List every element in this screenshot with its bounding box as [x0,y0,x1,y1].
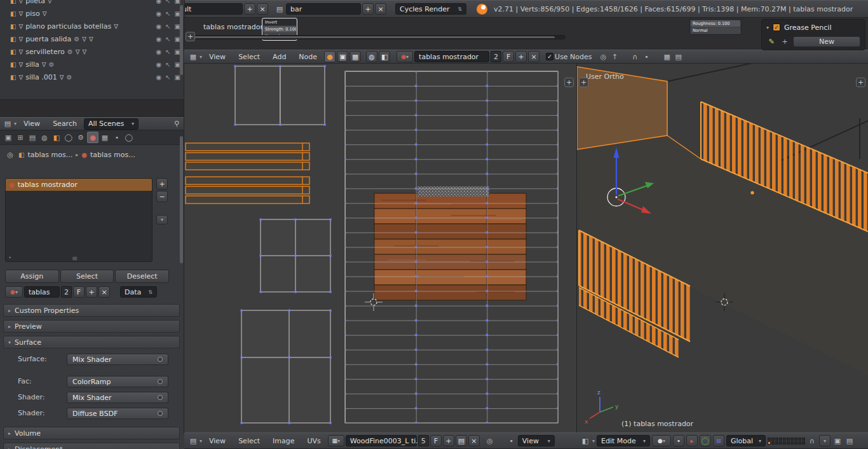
fake-user-button[interactable]: F [73,286,85,298]
material-users-count[interactable]: 2 [61,286,72,298]
material-name-field[interactable]: tablas [24,286,60,298]
tab-particles[interactable]: • [111,132,123,143]
restrict-view-icon[interactable]: ◉ [156,74,161,81]
deselect-button[interactable]: Deselect [115,270,169,283]
list-resize-handle[interactable]: ≡ [72,254,78,263]
unlink-material-button[interactable]: × [528,51,539,62]
pin-icon[interactable]: ◎ [599,52,609,62]
region-expand-button[interactable]: + [564,78,574,87]
node-slider[interactable]: Roughness: 0.100 [691,20,740,27]
restrict-select-icon[interactable]: ↖ [165,23,170,30]
properties-menu-search[interactable]: Search [47,120,83,128]
new-material-button[interactable]: + [515,51,527,62]
add-slot-button[interactable]: + [156,178,168,190]
outliner-scrollbar[interactable] [180,5,183,75]
breadcrumb-material[interactable]: tablas mos... [90,151,135,159]
node-menu-select[interactable]: Select [233,53,266,61]
restrict-view-icon[interactable]: ◉ [156,23,161,30]
mode-select[interactable]: Edit Mode ▾ [597,435,650,446]
surface-shader-select[interactable]: Mix Shader [67,354,168,365]
all-scenes-select[interactable]: All Scenes ▾ [84,118,139,130]
slot-specials-button[interactable]: ▾ [156,215,168,224]
node-row[interactable]: Invert [263,19,296,25]
node-menu-node[interactable]: Node [293,53,323,61]
pin-icon[interactable]: ◎ [5,149,15,160]
region-expand-button[interactable]: + [856,78,865,87]
data-link-select[interactable]: Data ⇅ [120,286,157,298]
node-material-name-field[interactable]: tablas mostrador [414,51,489,62]
pivot-select[interactable]: View ▾ [518,435,555,446]
go-parent-icon[interactable]: ↑ [610,52,620,62]
restrict-select-icon[interactable]: ↖ [165,61,170,68]
uv-island-selected-bars[interactable] [186,143,309,204]
delete-layout-button[interactable]: × [257,3,268,15]
new-image-button[interactable]: + [443,435,454,446]
assign-button[interactable]: Assign [5,270,59,283]
panel-preview[interactable]: ▸ Preview [3,320,180,333]
node-editor-hscrollbar[interactable] [191,35,566,39]
panel-displacement[interactable]: ▸ Displacement [3,443,180,449]
outliner-item[interactable]: ◧ ∇ puerta salida ⚙ ∇ ∇ ◉ ↖ ▣ [0,32,184,45]
tab-world[interactable]: ◍ [39,132,50,143]
shader1-select[interactable]: Mix Shader [67,392,168,403]
material-slot-selected[interactable]: ● tablas mostrador [6,179,152,191]
tab-render-layers[interactable]: ⊞ [15,132,26,143]
grease-pencil-checkbox[interactable]: ✓ [773,24,780,31]
image-browse-button[interactable]: ▦ ▾ [328,435,344,446]
snap-mode-button[interactable]: ▾ [819,435,831,446]
add-scene-button[interactable]: + [362,3,374,15]
properties-menu-view[interactable]: View [18,120,46,128]
compositing-nodes-toggle[interactable]: ▣ [337,51,348,62]
add-layout-button[interactable]: + [244,3,255,15]
material-browse-button[interactable]: ● ▾ [5,286,23,298]
manipulator-scale-button[interactable]: ≡ [713,435,724,446]
region-expand-button[interactable]: + [186,32,195,41]
node-slider[interactable]: Strength: 0.100 [263,26,296,32]
snap-mode-icon[interactable]: • [642,52,652,62]
world-toggle[interactable]: ◍ [366,51,377,62]
scene-name-field[interactable]: bar [286,3,361,15]
add-layer-icon[interactable]: + [780,36,790,46]
image-name-field[interactable]: WoodFine0003_L ti... [346,435,417,446]
texture-nodes-toggle[interactable]: ▦ [349,51,361,62]
grease-pencil-new-button[interactable]: New [793,36,860,47]
restrict-view-icon[interactable]: ◉ [156,48,161,55]
node-menu-view[interactable]: View [203,53,231,61]
glossy-node[interactable]: Roughness: 0.100 Normal [689,19,742,35]
material-browse-button[interactable]: ● ▾ [397,51,413,62]
auto-render-icon[interactable]: ▤ [674,52,684,62]
panel-volume[interactable]: ▸ Volume [3,427,180,439]
restrict-select-icon[interactable]: ↖ [165,0,170,4]
manipulator-translate-button[interactable]: ▸ [686,435,698,446]
restrict-render-icon[interactable]: ▣ [175,74,180,81]
remove-slot-button[interactable]: − [156,191,168,202]
search-icon[interactable]: ⚲ [172,119,182,129]
tab-texture[interactable]: ▦ [99,132,111,143]
grease-pencil-header[interactable]: ▾ ✓ Grease Pencil [762,20,865,35]
pin-icon[interactable]: ◎ [485,436,495,446]
shading-select[interactable]: ● ▾ [652,435,671,446]
restrict-select-icon[interactable]: ↖ [165,48,170,55]
restrict-view-icon[interactable]: ◉ [156,61,161,68]
outliner-item[interactable]: ◧ ∇ silla ∇ ⚙ ◉ ↖ ▣ [0,58,184,71]
tab-object[interactable]: ◧ [51,132,62,143]
outliner-item[interactable]: ◧ ∇ piso ∇ ◉ ↖ ▣ [0,7,184,20]
restrict-view-icon[interactable]: ◉ [156,10,161,17]
outliner-item[interactable]: ◧ ∇ plano particulas botellas ∇ ◉ ↖ ▣ [0,20,184,32]
use-nodes-checkbox[interactable]: ✓ [546,53,553,60]
tab-scene[interactable]: ▤ [27,132,38,143]
select-button[interactable]: Select [60,270,114,283]
backdrop-icon[interactable]: ▦ [662,52,672,62]
outliner-item[interactable]: ◧ ∇ servilletero ⚙ ∇ ∇ ◉ ↖ ▣ [0,45,184,58]
properties-editor-icon[interactable]: ▤ [3,119,13,129]
tab-physics[interactable]: ◯ [123,132,135,143]
uv-editor-canvas[interactable]: + [184,64,577,432]
delete-scene-button[interactable]: × [375,3,386,15]
layers-widget[interactable] [768,438,805,445]
restrict-view-icon[interactable]: ◉ [156,36,161,43]
render-engine-select[interactable]: Cycles Render ⇅ [395,3,466,15]
shader2-select[interactable]: Diffuse BSDF [67,408,168,419]
uv-menu-uvs[interactable]: UVs [302,437,327,445]
opengl-render-icon[interactable]: ▣ [832,436,843,446]
tab-constraints[interactable]: ◯ [63,132,74,143]
